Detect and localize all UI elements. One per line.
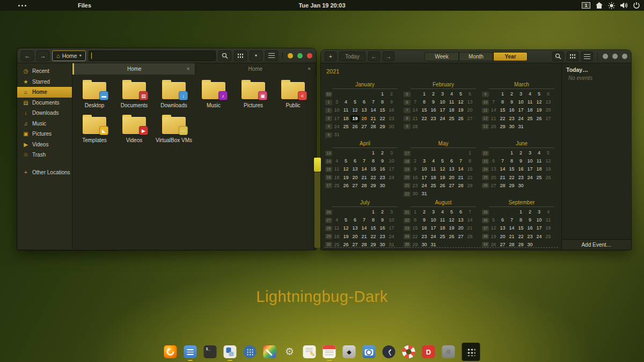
calendar-day[interactable]: 12 bbox=[438, 166, 447, 173]
calendar-day[interactable]: 23 bbox=[516, 174, 525, 181]
calendar-day[interactable]: 22 bbox=[516, 233, 525, 240]
terminal-icon[interactable]: $_ bbox=[204, 345, 217, 358]
calendar-day[interactable]: 24 bbox=[535, 233, 544, 240]
calendar-day[interactable]: 9 bbox=[378, 217, 387, 224]
calendar-day[interactable]: 21 bbox=[489, 115, 498, 122]
calendar-day[interactable]: 16 bbox=[411, 174, 420, 181]
calendar-day[interactable]: 19 bbox=[456, 107, 465, 114]
calendar-day[interactable]: 18 bbox=[447, 107, 456, 114]
calendar-day[interactable]: 13 bbox=[350, 225, 360, 232]
app-grid-icon[interactable] bbox=[462, 343, 480, 361]
calendar-day[interactable]: 5 bbox=[456, 91, 465, 98]
calendar-day[interactable]: 23 bbox=[378, 174, 387, 181]
close-button[interactable] bbox=[307, 53, 312, 58]
calendar-day[interactable]: 14 bbox=[411, 107, 420, 114]
calendar-day[interactable]: 3 bbox=[525, 150, 535, 157]
calendar-day[interactable]: 3 bbox=[516, 91, 525, 98]
calendar-day[interactable]: 24 bbox=[420, 182, 429, 189]
calendar-day[interactable]: 2 bbox=[525, 209, 535, 216]
calendar-day[interactable]: 14 bbox=[489, 107, 498, 114]
sidebar-item-starred[interactable]: ★ Starred bbox=[17, 77, 72, 87]
calendar-day[interactable]: 7 bbox=[456, 158, 465, 165]
calendar-day[interactable]: 11 bbox=[544, 217, 553, 224]
calendar-day[interactable]: 7 bbox=[489, 99, 498, 106]
calendar-day[interactable]: 24 bbox=[429, 233, 438, 240]
sidebar-item-pictures[interactable]: ▣ Pictures bbox=[17, 129, 72, 139]
calendar-day[interactable]: 19 bbox=[447, 225, 456, 232]
calendar-day[interactable]: 23 bbox=[525, 233, 535, 240]
calendar-day[interactable]: 15 bbox=[498, 107, 507, 114]
calendar-day[interactable]: 16 bbox=[429, 107, 438, 114]
calendar-day[interactable]: 16 bbox=[378, 166, 387, 173]
calendar-day[interactable]: 18 bbox=[535, 166, 544, 173]
calendar-day[interactable]: 15 bbox=[369, 225, 378, 232]
scrollbar-thumb[interactable] bbox=[314, 158, 321, 172]
calendar-day[interactable]: 22 bbox=[420, 115, 429, 122]
calendar-day[interactable]: 17 bbox=[535, 225, 544, 232]
calendar-day[interactable]: 26 bbox=[438, 182, 447, 189]
calendar-day[interactable]: 1 bbox=[507, 150, 516, 157]
calendar-day[interactable]: 19 bbox=[489, 233, 498, 240]
new-event-button[interactable]: + bbox=[325, 51, 336, 61]
calendar-day[interactable]: 20 bbox=[489, 174, 498, 181]
prev-button[interactable]: ← bbox=[368, 51, 380, 61]
calendar-day[interactable]: 11 bbox=[447, 99, 456, 106]
text-editor-icon[interactable]: ✎ bbox=[303, 345, 316, 358]
calendar-day[interactable]: 2 bbox=[516, 150, 525, 157]
calendar-day[interactable]: 21 bbox=[360, 233, 369, 240]
calendar-day[interactable]: 10 bbox=[429, 217, 438, 224]
search-button[interactable] bbox=[218, 50, 231, 61]
calendar-day[interactable]: 25 bbox=[438, 233, 447, 240]
calendar-day[interactable]: 6 bbox=[360, 99, 369, 106]
calendar-day[interactable]: 20 bbox=[465, 107, 474, 114]
calendar-day[interactable]: 8 bbox=[498, 99, 507, 106]
calendar-day[interactable]: 13 bbox=[489, 166, 498, 173]
calendar-day[interactable]: 2 bbox=[387, 91, 396, 98]
calendar-day[interactable]: 18 bbox=[429, 174, 438, 181]
folder-item[interactable]: ♪ Music bbox=[194, 78, 233, 108]
calendar-day[interactable]: 11 bbox=[438, 217, 447, 224]
calendar-day[interactable]: 4 bbox=[544, 209, 553, 216]
calendar-day[interactable]: 19 bbox=[544, 166, 553, 173]
calendar-day[interactable]: 11 bbox=[429, 166, 438, 173]
menu-button[interactable] bbox=[581, 51, 593, 61]
calendar-day[interactable]: 8 bbox=[465, 158, 474, 165]
calendar-day[interactable]: 29 bbox=[465, 182, 474, 189]
calendar-day[interactable]: 30 bbox=[411, 190, 420, 197]
calendar-day[interactable]: 28 bbox=[411, 123, 420, 130]
calendar-day[interactable]: 19 bbox=[341, 233, 350, 240]
calendar-day[interactable]: 8 bbox=[411, 217, 420, 224]
calendar-day[interactable]: 14 bbox=[369, 107, 378, 114]
calendar-day[interactable]: 31 bbox=[420, 190, 429, 197]
calendar-day[interactable]: 9 bbox=[387, 99, 396, 106]
home-icon[interactable] bbox=[596, 2, 603, 9]
calendar-day[interactable]: 12 bbox=[535, 99, 544, 106]
view-month-button[interactable]: Month bbox=[459, 52, 493, 61]
calendar-day[interactable]: 5 bbox=[447, 209, 456, 216]
calendar-day[interactable]: 8 bbox=[369, 217, 378, 224]
calendar-day[interactable]: 12 bbox=[350, 107, 360, 114]
calendar-day[interactable]: 25 bbox=[341, 123, 350, 130]
calendar-day[interactable]: 20 bbox=[350, 174, 360, 181]
calendar-day[interactable]: 9 bbox=[507, 99, 516, 106]
calendar-day[interactable]: 22 bbox=[507, 174, 516, 181]
calendar-day[interactable]: 26 bbox=[341, 182, 350, 189]
view-week-button[interactable]: Week bbox=[425, 52, 459, 61]
close-tab-icon[interactable]: × bbox=[308, 66, 311, 72]
calendar-day[interactable]: 13 bbox=[456, 217, 465, 224]
calendar-day[interactable]: 25 bbox=[429, 182, 438, 189]
clock[interactable]: Tue Jan 19 20:03 bbox=[0, 2, 644, 9]
calendar-day[interactable]: 19 bbox=[438, 174, 447, 181]
calendar-day[interactable]: 6 bbox=[350, 217, 360, 224]
calendar-day[interactable]: 11 bbox=[341, 107, 350, 114]
folder-item[interactable]: ▤ Documents bbox=[114, 78, 154, 108]
calendar-day[interactable]: 23 bbox=[420, 233, 429, 240]
calendar-day[interactable]: 22 bbox=[369, 174, 378, 181]
calendar-day[interactable]: 25 bbox=[544, 233, 553, 240]
calendar-day[interactable]: 2 bbox=[411, 158, 420, 165]
calendar-day[interactable]: 3 bbox=[387, 209, 396, 216]
calendar-day[interactable]: 7 bbox=[507, 217, 516, 224]
calendar-day[interactable]: 24 bbox=[387, 233, 396, 240]
calendar-day[interactable]: 21 bbox=[456, 174, 465, 181]
trash-icon[interactable]: ♲ bbox=[442, 345, 455, 358]
